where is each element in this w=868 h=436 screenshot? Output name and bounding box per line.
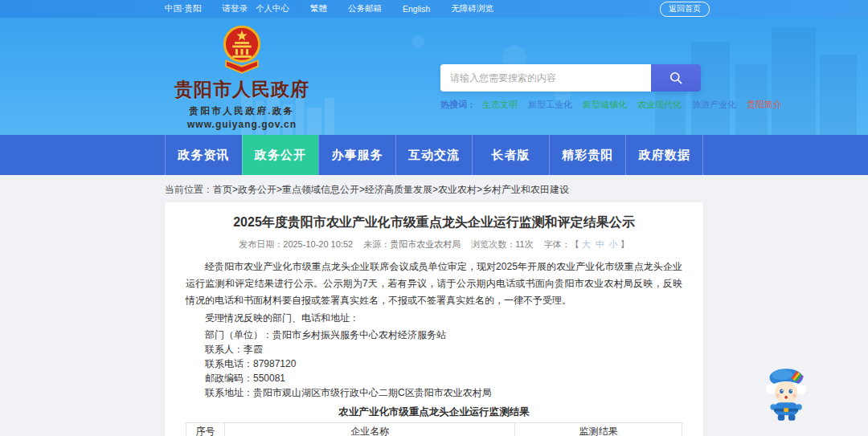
topbar-link-traditional-chinese[interactable]: 繁體 bbox=[310, 3, 327, 14]
article-paragraph-1: 经贵阳市农业产业化市级重点龙头企业联席会议成员单位审定，现对2025年开展的农业… bbox=[186, 259, 682, 309]
publish-date-label: 发布日期： bbox=[239, 239, 283, 249]
hot-search-item-3[interactable]: 农业现代化 bbox=[637, 99, 682, 111]
hot-search-item-1[interactable]: 新型工业化 bbox=[528, 99, 572, 111]
main-nav-bar: 政务资讯 政务公开 办事服务 互动交流 长者版 精彩贵阳 政府数据 bbox=[0, 135, 868, 175]
site-logo[interactable]: 贵阳市人民政府 贵阳市人民政府.政务 www.guiyang.gov.cn bbox=[171, 24, 313, 130]
font-size-bracket-open: 【 bbox=[571, 239, 579, 249]
hot-search-item-0[interactable]: 生态文明 bbox=[482, 99, 518, 111]
mascot-character-icon bbox=[764, 365, 812, 424]
topbar-link-china-guiyang[interactable]: 中国·贵阳 bbox=[165, 3, 202, 14]
source-label: 来源： bbox=[363, 239, 390, 249]
site-header-banner: 贵阳市人民政府 贵阳市人民政府.政务 www.guiyang.gov.cn 热搜… bbox=[0, 18, 868, 135]
top-utility-bar: 中国·贵阳 请登录 个人中心 繁體 公务邮箱 English 无障碍浏览 返回首… bbox=[0, 0, 868, 18]
nav-tab-elderly-version[interactable]: 长者版 bbox=[472, 135, 549, 175]
national-emblem-icon bbox=[220, 24, 264, 75]
search-area: 热搜词： 生态文明 新型工业化 新型城镇化 农业现代化 旅游产业化 贵阳简介 bbox=[440, 64, 701, 111]
publish-date-value: 2025-10-20 10:52 bbox=[283, 239, 353, 249]
site-subtitle: 贵阳市人民政府.政务 bbox=[189, 105, 295, 117]
table-header-row: 序号 企业名称 监测结果 bbox=[186, 423, 682, 436]
source-value: 贵阳市农业农村局 bbox=[390, 239, 461, 249]
article-title: 2025年度贵阳市农业产业化市级重点龙头企业运行监测和评定结果公示 bbox=[186, 202, 682, 231]
font-size-label: 字体： bbox=[544, 239, 571, 249]
article-card: 2025年度贵阳市农业产业化市级重点龙头企业运行监测和评定结果公示 发布日期：2… bbox=[165, 202, 703, 436]
contact-postcode: 邮政编码：550081 bbox=[186, 371, 682, 385]
contact-address: 联系地址：贵阳市观山湖区市级行政中心二期C区贵阳市农业农村局 bbox=[186, 385, 682, 400]
contact-person: 联系人：李霞 bbox=[186, 342, 682, 357]
nav-tab-disclosure[interactable]: 政务公开 bbox=[242, 135, 319, 175]
contact-info-block: 部门（单位）：贵阳市乡村振兴服务中心农村经济服务站 联系人：李霞 联系电话：87… bbox=[186, 328, 682, 400]
font-size-medium-button[interactable]: 中 bbox=[596, 239, 604, 249]
hot-search-item-4[interactable]: 旅游产业化 bbox=[692, 99, 736, 111]
breadcrumb-path[interactable]: 首页>政务公开>重点领域信息公开>经济高质量发展>农业农村>乡村产业和农田建设 bbox=[213, 184, 569, 195]
table-header-company: 企业名称 bbox=[224, 423, 514, 436]
hot-search-item-2[interactable]: 新型城镇化 bbox=[583, 99, 627, 111]
contact-department: 部门（单位）：贵阳市乡村振兴服务中心农村经济服务站 bbox=[186, 328, 682, 342]
topbar-link-personal-center[interactable]: 个人中心 bbox=[256, 3, 289, 14]
monitoring-result-table: 序号 企业名称 监测结果 1 贵州合力超市采购有限公司 合格 2 贵州友禾种业有… bbox=[186, 422, 682, 436]
nav-tab-news[interactable]: 政务资讯 bbox=[165, 135, 242, 175]
topbar-link-english[interactable]: English bbox=[403, 4, 430, 14]
page: 中国·贵阳 请登录 个人中心 繁體 公务邮箱 English 无障碍浏览 返回首… bbox=[0, 0, 868, 436]
hot-search-item-5[interactable]: 贵阳简介 bbox=[747, 99, 782, 111]
site-mascot[interactable] bbox=[764, 365, 812, 427]
topbar-link-gov-mail[interactable]: 公务邮箱 bbox=[348, 3, 382, 14]
search-button[interactable] bbox=[651, 64, 701, 92]
breadcrumb: 当前位置：首页>政务公开>重点领域信息公开>经济高质量发展>农业农村>乡村产业和… bbox=[165, 183, 868, 198]
site-name: 贵阳市人民政府 bbox=[174, 77, 309, 102]
site-url: www.guiyang.gov.cn bbox=[187, 119, 297, 130]
table-header-result: 监测结果 bbox=[515, 423, 682, 436]
nav-tab-services[interactable]: 办事服务 bbox=[318, 135, 395, 175]
result-table-title: 农业产业化市级重点龙头企业运行监测结果 bbox=[186, 405, 682, 419]
font-size-large-button[interactable]: 大 bbox=[582, 239, 591, 249]
topbar-link-accessibility[interactable]: 无障碍浏览 bbox=[451, 3, 493, 14]
contact-phone: 联系电话：87987120 bbox=[186, 357, 682, 371]
article-paragraph-2: 受理情况反映的部门、电话和地址： bbox=[186, 309, 682, 326]
font-size-bracket-close: 】 bbox=[620, 239, 629, 249]
search-icon bbox=[668, 70, 684, 86]
nav-tab-interaction[interactable]: 互动交流 bbox=[395, 135, 473, 175]
topbar-link-login[interactable]: 请登录 bbox=[223, 3, 248, 14]
table-header-index: 序号 bbox=[186, 423, 225, 436]
return-home-button[interactable]: 返回首页 bbox=[660, 2, 710, 17]
nav-tab-gov-data[interactable]: 政府数据 bbox=[625, 135, 703, 175]
views-value: 11次 bbox=[515, 239, 533, 249]
city-skyline-decoration bbox=[0, 18, 868, 135]
views-label: 浏览次数： bbox=[471, 239, 515, 249]
hot-search-bar: 热搜词： 生态文明 新型工业化 新型城镇化 农业现代化 旅游产业化 贵阳简介 bbox=[440, 99, 701, 111]
breadcrumb-label: 当前位置： bbox=[165, 184, 213, 195]
article-meta: 发布日期：2025-10-20 10:52 来源：贵阳市农业农村局 浏览次数：1… bbox=[186, 238, 682, 251]
hot-search-label: 热搜词： bbox=[440, 99, 476, 111]
nav-tab-highlights[interactable]: 精彩贵阳 bbox=[549, 135, 626, 175]
font-size-small-button[interactable]: 小 bbox=[609, 239, 618, 249]
search-input[interactable] bbox=[440, 64, 651, 92]
